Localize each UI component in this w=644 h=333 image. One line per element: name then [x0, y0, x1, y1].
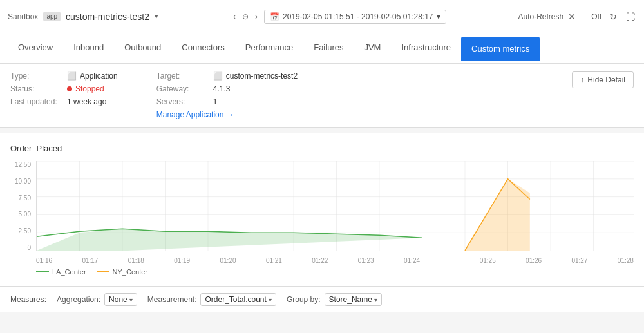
y-label-500: 5.00: [19, 211, 33, 218]
servers-row: Servers: 1: [156, 97, 298, 106]
legend-ny-center-label: NY_Center: [113, 268, 147, 276]
tab-performance[interactable]: Performance: [235, 33, 303, 63]
aggregation-value: None: [109, 295, 128, 304]
measures-label: Measures:: [10, 295, 46, 304]
y-label-250: 2.50: [19, 227, 33, 234]
hide-detail-button[interactable]: ↑ Hide Detail: [572, 71, 634, 88]
date-range-picker[interactable]: 📅 2019-02-05 01:15:51 - 2019-02-05 01:28…: [264, 10, 446, 24]
measurement-value: Order_Total.count: [205, 295, 266, 304]
x-label-0121: 01:21: [266, 257, 282, 264]
tab-jvm[interactable]: JVM: [354, 33, 391, 63]
x-label-0124: 01:24: [404, 257, 420, 264]
y-label-1250: 12.50: [15, 161, 33, 168]
tab-connectors[interactable]: Connectors: [171, 33, 234, 63]
status-value: Stopped: [67, 84, 104, 93]
last-updated-value: 1 week ago: [67, 97, 106, 106]
top-bar-right: Auto-Refresh ✕ — Off ↻ ⛶: [518, 10, 636, 23]
app-name: custom-metrics-test2: [66, 12, 149, 22]
refresh-icon[interactable]: ↻: [608, 10, 618, 23]
aggregation-item: Aggregation: None ▾: [57, 293, 137, 306]
tab-failures[interactable]: Failures: [303, 33, 354, 63]
y-label-750: 7.50: [19, 195, 33, 202]
date-dropdown-icon[interactable]: ▾: [437, 12, 440, 21]
tab-custom-metrics[interactable]: Custom metrics: [461, 37, 540, 61]
x-label-0122: 01:22: [312, 257, 328, 264]
x-label-0126: 01:26: [526, 257, 542, 264]
measurement-item: Measurement: Order_Total.count ▾: [147, 293, 276, 306]
chart-x-axis: 01:16 01:17 01:18 01:19 01:20 01:21 01:2…: [36, 257, 634, 264]
aggregation-dropdown[interactable]: None ▾: [104, 293, 137, 306]
app-dropdown-icon[interactable]: ▾: [155, 12, 158, 21]
target-label: Target:: [156, 71, 208, 81]
nav-forward-icon[interactable]: ›: [252, 11, 260, 23]
tab-inbound[interactable]: Inbound: [63, 33, 114, 63]
top-bar: Sandbox app custom-metrics-test2 ▾ ‹ ⊖ ›…: [0, 0, 644, 33]
target-value-text: custom-metrics-test2: [226, 71, 298, 81]
measurement-label: Measurement:: [147, 295, 197, 304]
groupby-item: Group by: Store_Name ▾: [287, 293, 382, 306]
last-updated-row: Last updated: 1 week ago: [10, 97, 118, 106]
chart-section: Order_Placed 12.50 10.00 7.50 5.00 2.50 …: [0, 133, 644, 286]
chart-plot-area: [36, 161, 634, 251]
x-label-0125: 01:25: [480, 257, 496, 264]
chart-container: 12.50 10.00 7.50 5.00 2.50 0: [10, 161, 634, 264]
nav-back-icon[interactable]: ‹: [231, 11, 238, 23]
status-dot-icon: [67, 86, 72, 91]
top-bar-left: Sandbox app custom-metrics-test2 ▾: [8, 12, 158, 22]
y-label-0: 0: [27, 244, 33, 251]
tab-outbound[interactable]: Outbound: [114, 33, 171, 63]
measures-bar: Measures: Aggregation: None ▾ Measuremen…: [0, 286, 644, 312]
target-row: Target: ⬜ custom-metrics-test2: [156, 71, 298, 81]
groupby-label: Group by:: [287, 295, 321, 304]
manage-application-link[interactable]: Manage Application →: [156, 110, 234, 119]
tab-overview[interactable]: Overview: [8, 33, 63, 63]
measurement-dropdown-icon: ▾: [269, 296, 272, 303]
auto-refresh-control: Auto-Refresh ✕ — Off: [518, 10, 601, 23]
servers-label: Servers:: [156, 97, 208, 106]
y-label-1000: 10.00: [15, 178, 33, 185]
x-label-0119: 01:19: [174, 257, 190, 264]
target-value: ⬜ custom-metrics-test2: [213, 71, 298, 81]
legend-la-center-label: LA_Center: [52, 268, 86, 276]
date-range-text: 2019-02-05 01:15:51 - 2019-02-05 01:28:1…: [283, 12, 433, 21]
x-label-0123: 01:23: [358, 257, 374, 264]
type-label: Type:: [10, 71, 62, 81]
chart-legend: LA_Center NY_Center: [10, 268, 634, 276]
x-label-0117: 01:17: [82, 257, 98, 264]
manage-row: Manage Application →: [156, 110, 298, 119]
type-row: Type: ⬜ Application: [10, 71, 118, 81]
detail-col-left: Type: ⬜ Application Status: Stopped Last…: [10, 71, 118, 119]
auto-refresh-label: Auto-Refresh: [518, 12, 564, 21]
aggregation-dropdown-icon: ▾: [129, 296, 133, 303]
legend-la-center: LA_Center: [36, 268, 86, 276]
groupby-dropdown-icon: ▾: [374, 296, 377, 303]
manage-arrow-icon: →: [226, 110, 234, 119]
tabs-bar: Overview Inbound Outbound Connectors Per…: [0, 33, 644, 64]
top-bar-center: ‹ ⊖ › 📅 2019-02-05 01:15:51 - 2019-02-05…: [231, 10, 446, 24]
servers-value: 1: [213, 97, 218, 106]
app-badge: app: [43, 12, 61, 21]
detail-col-right: Target: ⬜ custom-metrics-test2 Gateway: …: [156, 71, 298, 119]
aggregation-label: Aggregation:: [57, 295, 100, 304]
legend-ny-center: NY_Center: [97, 268, 147, 276]
type-icon: ⬜: [67, 71, 77, 81]
gateway-label: Gateway:: [156, 84, 208, 93]
target-icon: ⬜: [213, 71, 223, 81]
legend-la-center-line: [36, 271, 49, 272]
groupby-value: Store_Name: [329, 295, 372, 304]
zoom-icon[interactable]: ⊖: [242, 12, 249, 21]
legend-ny-center-line: [97, 271, 109, 272]
expand-icon[interactable]: ⛶: [625, 10, 636, 23]
sandbox-label: Sandbox: [8, 12, 38, 21]
measurement-dropdown[interactable]: Order_Total.count ▾: [200, 293, 276, 306]
manage-link-text: Manage Application: [156, 110, 224, 119]
status-label: Status:: [10, 84, 62, 93]
tab-infrastructure[interactable]: Infrastructure: [391, 33, 461, 63]
type-value-text: Application: [80, 71, 118, 81]
x-label-0118: 01:18: [128, 257, 144, 264]
groupby-dropdown[interactable]: Store_Name ▾: [325, 293, 382, 306]
hide-detail-label: Hide Detail: [587, 75, 625, 84]
status-value-text: Stopped: [75, 84, 104, 93]
chart-svg: [37, 161, 634, 251]
auto-refresh-close-icon[interactable]: ✕: [567, 10, 577, 23]
